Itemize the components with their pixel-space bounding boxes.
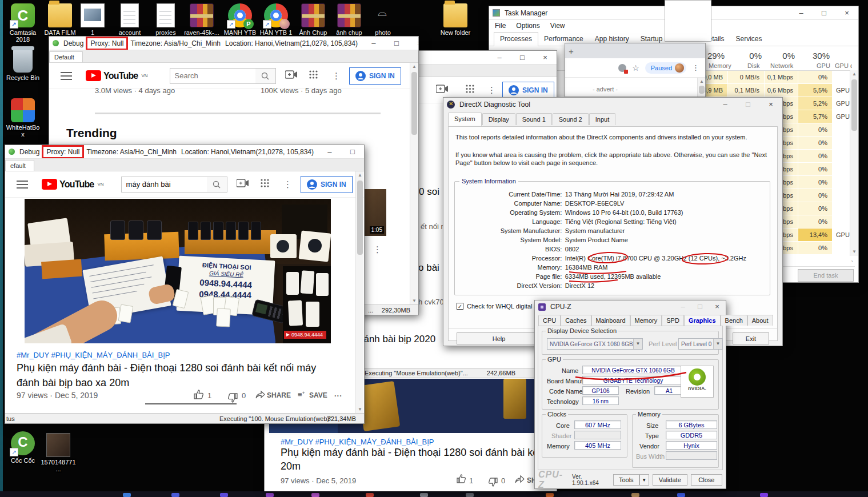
- scroll-up-icon[interactable]: ▲: [850, 70, 858, 78]
- maximize-button[interactable]: □: [511, 51, 534, 64]
- scrollbar-thumb[interactable]: [357, 181, 363, 255]
- menu-view[interactable]: View: [550, 22, 565, 30]
- chrome-scrollbar[interactable]: ▲: [697, 78, 705, 97]
- search-input[interactable]: [121, 177, 207, 193]
- tab-cpu[interactable]: CPU: [538, 315, 561, 326]
- like-icon[interactable]: [457, 474, 466, 486]
- save-label[interactable]: SAVE: [309, 391, 327, 399]
- youtube-logo[interactable]: YouTube VN: [42, 179, 104, 190]
- more-actions[interactable]: ...: [334, 390, 342, 398]
- taskbar-icon[interactable]: [123, 493, 131, 497]
- taskbar-icon[interactable]: [631, 493, 639, 497]
- taskbar-icon[interactable]: [546, 493, 554, 497]
- scroll-up-icon[interactable]: ▲: [698, 78, 706, 86]
- desktop-icon-proxies[interactable]: proxies: [147, 3, 184, 36]
- video-hashtags[interactable]: #Mr_DUY #PHỤ_KIỆN_MÁY_ĐÁNH_BÀI_BỊP: [17, 351, 170, 359]
- desktop-icon-han-ytb-1[interactable]: HÂN YTB 1: [258, 3, 294, 36]
- taskbar[interactable]: [0, 491, 868, 497]
- gpu-column-header[interactable]: GPU: [817, 62, 830, 69]
- close-button[interactable]: ×: [709, 300, 726, 313]
- help-button[interactable]: Help: [457, 332, 541, 344]
- close-button[interactable]: ×: [408, 37, 418, 50]
- task-manager-scrollbar[interactable]: ▲ ▼: [850, 70, 858, 256]
- tab-services[interactable]: Services: [730, 33, 768, 46]
- chrome-menu-icon[interactable]: ⋮: [692, 63, 699, 72]
- minimize-button[interactable]: –: [488, 51, 511, 64]
- desktop-icon-new-folder[interactable]: New folder: [437, 3, 474, 36]
- save-icon[interactable]: ≡+: [298, 390, 305, 399]
- taskbar-icon[interactable]: [311, 493, 319, 497]
- disk-column-header[interactable]: Disk: [747, 62, 759, 69]
- minimize-button[interactable]: –: [318, 145, 341, 158]
- desktop-icon-anh-chup-2[interactable]: ảnh chup: [331, 3, 367, 36]
- taskbar-icon[interactable]: [760, 493, 768, 497]
- tab-processes[interactable]: Processes: [494, 32, 538, 46]
- exit-button[interactable]: Exit: [733, 332, 769, 344]
- browser-b-scrollbar[interactable]: ▲ ▼: [355, 171, 363, 414]
- desktop-icon-manh-ytb[interactable]: P MẠNH YTB: [222, 3, 258, 36]
- dislike-icon[interactable]: [228, 391, 238, 403]
- desktop-icon-raven[interactable]: raven-45k-...: [183, 3, 220, 36]
- scroll-down-icon[interactable]: ▼: [356, 406, 364, 414]
- tab-input[interactable]: Input: [589, 113, 615, 125]
- desktop-icon-account[interactable]: account: [111, 3, 148, 36]
- minimize-button[interactable]: –: [674, 300, 691, 313]
- desktop-icon-photo[interactable]: photo: [365, 3, 401, 36]
- tools-dropdown-button[interactable]: ▼: [639, 474, 649, 486]
- scroll-down-icon[interactable]: ▼: [410, 297, 418, 305]
- network-column-header[interactable]: Network: [770, 62, 793, 69]
- maximize-button[interactable]: □: [691, 300, 709, 313]
- scroll-up-icon[interactable]: ▲: [410, 63, 418, 71]
- maximize-button[interactable]: □: [341, 145, 364, 158]
- tab-system[interactable]: System: [448, 113, 482, 126]
- desktop-icon-camtasia[interactable]: C Camtasia 2018: [5, 3, 41, 43]
- create-video-icon[interactable]: [436, 85, 449, 95]
- menu-options[interactable]: Options: [516, 22, 539, 30]
- taskbar-icon[interactable]: [420, 493, 428, 497]
- like-icon[interactable]: [194, 390, 203, 402]
- tab-graphics[interactable]: Graphics: [684, 315, 721, 326]
- close-button[interactable]: ×: [534, 51, 557, 64]
- search-button[interactable]: [207, 177, 227, 193]
- close-button[interactable]: ×: [759, 98, 782, 111]
- create-video-icon[interactable]: [237, 179, 249, 190]
- search-input[interactable]: [170, 68, 255, 84]
- scrollbar-thumb[interactable]: [411, 72, 417, 135]
- tab-caches[interactable]: Caches: [561, 315, 591, 326]
- desktop-icon-1[interactable]: 1: [74, 3, 111, 36]
- share-icon[interactable]: [255, 390, 265, 401]
- tab-sound1[interactable]: Sound 1: [516, 113, 552, 125]
- browser-tab-default[interactable]: efault: [5, 160, 34, 171]
- taskbar-icon[interactable]: [171, 493, 179, 497]
- dislike-icon[interactable]: [489, 475, 498, 487]
- sign-in-button[interactable]: SIGN IN: [301, 176, 353, 193]
- create-video-icon[interactable]: [285, 70, 298, 81]
- kebab-menu-icon[interactable]: ⋮: [373, 245, 382, 255]
- taskbar-icon[interactable]: [266, 493, 274, 497]
- taskbar-icon[interactable]: [677, 493, 685, 497]
- kebab-menu-icon[interactable]: ⋮: [332, 71, 341, 81]
- youtube-logo[interactable]: YouTube VN: [86, 70, 148, 81]
- video-player[interactable]: ĐIỆN THOẠI SOI GIÁ SIÊU RẺ 0948.94.4444 …: [25, 199, 331, 343]
- search-button[interactable]: [255, 68, 276, 84]
- menu-file[interactable]: File: [495, 22, 506, 30]
- perf-level-select[interactable]: Perf Level 0 ▼: [678, 338, 723, 350]
- bookmark-star-icon[interactable]: ☆: [632, 63, 639, 73]
- scroll-up-icon[interactable]: ▲: [356, 171, 364, 179]
- desktop-icon-whitehatbox[interactable]: WhiteHatBox: [5, 98, 41, 138]
- gpu-engine-column-header[interactable]: GPU engine: [835, 62, 852, 69]
- device-select[interactable]: NVIDIA GeForce GTX 1060 6GB ▼: [547, 338, 643, 350]
- scroll-down-icon[interactable]: ▼: [850, 248, 858, 256]
- kebab-menu-icon[interactable]: ⋮: [487, 85, 496, 95]
- desktop-icon-data-film[interactable]: DATA FILM: [42, 3, 78, 36]
- close-button[interactable]: ×: [835, 6, 858, 19]
- sign-in-button[interactable]: SIGN IN: [349, 67, 401, 85]
- minimize-button[interactable]: –: [790, 6, 813, 19]
- kebab-menu-icon[interactable]: ⋮: [283, 179, 292, 190]
- apps-grid-icon[interactable]: [309, 70, 318, 81]
- taskbar-icon[interactable]: [366, 493, 374, 497]
- maximize-button[interactable]: □: [737, 98, 759, 111]
- browser-tab-default[interactable]: Default: [49, 51, 83, 62]
- tab-memory[interactable]: Memory: [630, 315, 662, 326]
- share-icon[interactable]: [515, 475, 525, 486]
